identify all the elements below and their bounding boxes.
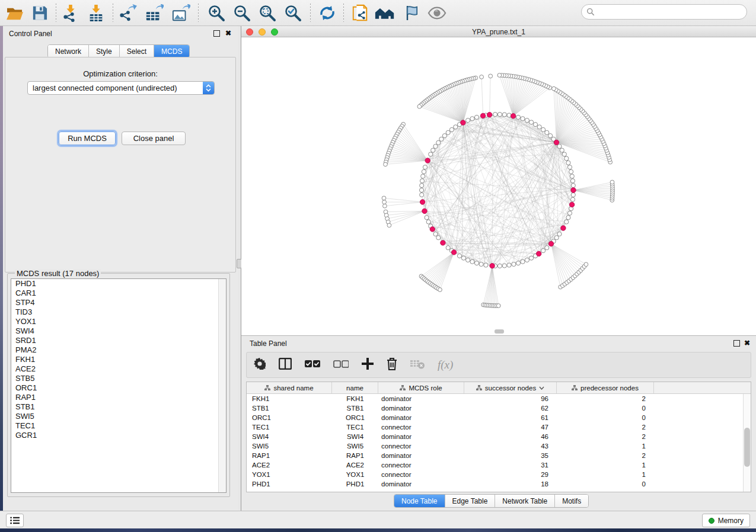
network-node[interactable]	[557, 144, 562, 148]
network-node[interactable]	[433, 144, 438, 148]
column-header-MCDS-role[interactable]: MCDS role	[378, 382, 464, 393]
network-edge[interactable]	[402, 126, 428, 161]
network-node[interactable]	[525, 118, 529, 123]
network-node[interactable]	[457, 254, 461, 258]
import-network-icon[interactable]	[60, 3, 81, 23]
network-node[interactable]	[548, 134, 553, 138]
network-edge[interactable]	[513, 84, 542, 116]
network-edge[interactable]	[423, 188, 573, 202]
table-row[interactable]: TEC1TEC1connector472	[247, 422, 751, 432]
network-node[interactable]	[423, 165, 427, 169]
network-node[interactable]	[566, 161, 570, 165]
network-node[interactable]	[474, 261, 479, 265]
tab-network[interactable]: Network	[48, 45, 88, 57]
run-mcds-button[interactable]: Run MCDS	[59, 132, 116, 145]
network-node[interactable]	[470, 259, 474, 264]
table-row[interactable]: RAP1RAP1dominator352	[247, 451, 751, 460]
network-node[interactable]	[567, 211, 572, 215]
network-edge[interactable]	[385, 202, 423, 206]
network-node[interactable]	[564, 220, 569, 224]
network-hub-node[interactable]	[451, 250, 456, 255]
network-node[interactable]	[417, 104, 422, 108]
network-node[interactable]	[564, 156, 569, 161]
network-node[interactable]	[516, 261, 520, 265]
network-node[interactable]	[438, 288, 442, 292]
table-row[interactable]: PHD1PHD1dominator180	[247, 479, 751, 489]
column-header-predecessor-nodes[interactable]: predecessor nodes	[557, 382, 654, 393]
zoom-fit-icon[interactable]	[257, 3, 277, 23]
network-node[interactable]	[557, 232, 562, 236]
network-hub-node[interactable]	[537, 251, 541, 256]
result-list-scrollbar[interactable]	[218, 279, 226, 492]
mcds-result-item[interactable]: SRD1	[11, 336, 226, 345]
network-hub-node[interactable]	[420, 200, 425, 204]
export-table-icon[interactable]	[144, 3, 164, 23]
network-node[interactable]	[541, 127, 546, 132]
close-panel-icon[interactable]: ✖	[225, 29, 231, 37]
network-edge[interactable]	[422, 252, 454, 276]
network-node[interactable]	[461, 256, 465, 260]
close-panel-icon[interactable]: ✖	[744, 339, 750, 347]
mcds-result-item[interactable]: STB5	[11, 374, 226, 383]
mcds-result-item[interactable]: FKH1	[11, 355, 226, 364]
network-node[interactable]	[466, 118, 470, 123]
network-node[interactable]	[512, 262, 516, 266]
network-node[interactable]	[545, 246, 549, 250]
network-edge[interactable]	[463, 78, 476, 123]
network-edge[interactable]	[573, 186, 613, 190]
table-row[interactable]: SWI4SWI4dominator462	[247, 432, 751, 441]
zoom-selected-icon[interactable]	[283, 3, 303, 23]
network-edge[interactable]	[426, 252, 454, 280]
column-header-successor-nodes[interactable]: successor nodes	[464, 382, 557, 393]
network-edge[interactable]	[387, 211, 425, 219]
network-node[interactable]	[429, 152, 433, 156]
network-node[interactable]	[436, 236, 441, 240]
network-edge[interactable]	[551, 244, 586, 265]
network-node[interactable]	[529, 120, 534, 124]
mcds-result-item[interactable]: ORC1	[11, 383, 226, 393]
network-edge[interactable]	[481, 77, 483, 116]
network-node[interactable]	[516, 115, 520, 119]
network-node[interactable]	[420, 184, 424, 188]
network-edge[interactable]	[432, 252, 454, 284]
column-header-name[interactable]: name	[332, 382, 378, 393]
table-row[interactable]: ACE2ACE2connector311	[247, 460, 751, 470]
mcds-result-item[interactable]: ACE2	[11, 364, 226, 374]
network-node[interactable]	[493, 113, 497, 117]
float-panel-icon[interactable]	[733, 340, 740, 347]
table-row[interactable]: STB1STB1dominator620	[247, 403, 751, 413]
network-edge[interactable]	[388, 211, 425, 222]
show-console-button[interactable]	[6, 514, 24, 527]
column-header-shared-name[interactable]: shared name	[247, 382, 332, 393]
network-node[interactable]	[571, 184, 575, 188]
network-node[interactable]	[387, 223, 391, 227]
network-edge[interactable]	[551, 244, 563, 286]
network-node[interactable]	[426, 220, 430, 224]
network-node[interactable]	[383, 204, 387, 208]
add-column-icon[interactable]	[362, 358, 374, 372]
network-edge[interactable]	[551, 244, 569, 281]
table-row[interactable]: FKH1FKH1dominator962	[247, 394, 751, 403]
network-node[interactable]	[537, 125, 541, 129]
mcds-result-item[interactable]: CAR1	[11, 289, 226, 298]
show-hide-icon[interactable]	[427, 3, 447, 23]
table-settings-gear-icon[interactable]	[254, 358, 266, 372]
network-node[interactable]	[560, 148, 564, 152]
mcds-result-item[interactable]: SWI4	[11, 326, 226, 336]
network-node[interactable]	[484, 263, 488, 267]
network-node[interactable]	[384, 162, 388, 166]
tab-edge-table[interactable]: Edge Table	[445, 495, 495, 507]
zoom-in-icon[interactable]	[206, 3, 227, 23]
network-edge[interactable]	[509, 76, 513, 116]
graphics-details-icon[interactable]	[401, 3, 421, 23]
network-edge[interactable]	[433, 252, 454, 286]
network-node[interactable]	[571, 193, 575, 197]
select-all-columns-icon[interactable]	[305, 360, 320, 370]
network-edge[interactable]	[551, 244, 567, 283]
network-node[interactable]	[431, 148, 435, 152]
network-edge[interactable]	[551, 244, 579, 273]
network-node[interactable]	[480, 75, 484, 79]
network-node[interactable]	[433, 232, 438, 236]
network-hscrollbar-thumb[interactable]	[495, 329, 504, 334]
network-node[interactable]	[422, 169, 426, 174]
